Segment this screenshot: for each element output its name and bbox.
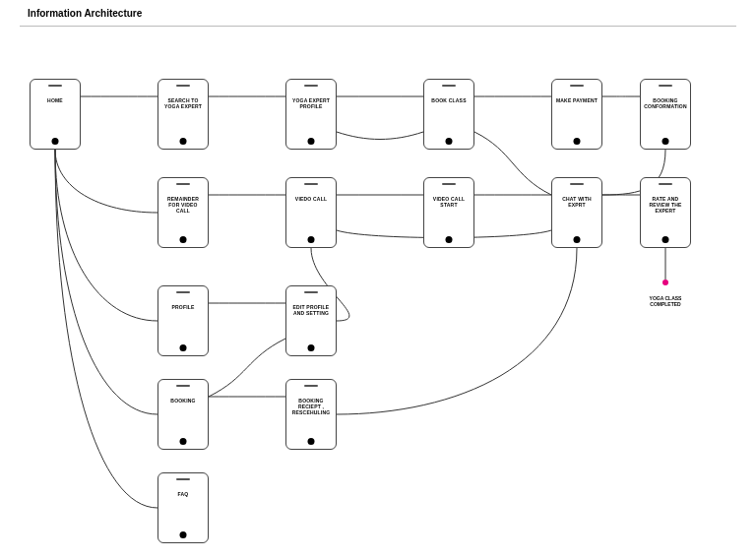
screen-label: RATE AND REVIEW THE EXPERT (644, 196, 687, 214)
screen-label: VIEDO CALL (289, 196, 333, 202)
screen-label: YOGA EXPERT PROFILE (289, 97, 333, 109)
screen-search: SEARCH TO YOGA EXPERT (158, 79, 209, 150)
phone-speaker (176, 85, 190, 87)
screen-label: CHAT WITH EXPRT (555, 196, 598, 208)
phone-frame: HOME (30, 79, 81, 150)
screen-remainder: REMAINDER FOR VIDEO CALL (158, 177, 209, 248)
screen-home: HOME (30, 79, 81, 150)
phone-frame: BOOKING (158, 379, 209, 450)
phone-frame: CHAT WITH EXPRT (551, 177, 602, 248)
phone-speaker (442, 85, 456, 87)
phone-frame: BOOKING RECIEPT , RESCEHULING (285, 379, 337, 450)
phone-home-button (180, 138, 187, 145)
phone-frame: VIEDO CALL (285, 177, 337, 248)
phone-home-button (308, 344, 315, 351)
screen-label: BOOKING CONFORMATION (644, 97, 687, 109)
phone-frame: BOOKING CONFORMATION (640, 79, 691, 150)
phone-frame: REMAINDER FOR VIDEO CALL (158, 177, 209, 248)
phone-home-button (180, 344, 187, 351)
screen-label: HOME (33, 97, 77, 103)
phone-home-button (308, 438, 315, 445)
phone-home-button (662, 236, 669, 243)
screen-rate_review: RATE AND REVIEW THE EXPERT (640, 177, 691, 248)
screen-label: EDIT PROFILE AND SETTING (289, 304, 333, 316)
phone-home-button (574, 236, 581, 243)
phone-frame: RATE AND REVIEW THE EXPERT (640, 177, 691, 248)
phone-home-button (180, 531, 187, 538)
phone-frame: VIDEO CALL START (423, 177, 474, 248)
phone-home-button (574, 138, 581, 145)
phone-speaker (304, 85, 318, 87)
screen-label: VIDEO CALL START (427, 196, 471, 208)
phone-speaker (304, 183, 318, 185)
screen-chat_expert: CHAT WITH EXPRT (551, 177, 602, 248)
screen-label: BOOK CLASS (427, 97, 471, 103)
phone-frame: MAKE PAYMENT (551, 79, 602, 150)
phone-speaker (176, 478, 190, 480)
screen-booking: BOOKING (158, 379, 209, 450)
phone-speaker (659, 85, 672, 87)
phone-frame: YOGA EXPERT PROFILE (285, 79, 337, 150)
phone-speaker (442, 183, 456, 185)
phone-home-button (180, 438, 187, 445)
phone-home-button (446, 236, 453, 243)
phone-home-button (662, 138, 669, 145)
phone-speaker (304, 291, 318, 293)
screen-label: BOOKING (161, 398, 205, 404)
screen-video_call_start: VIDEO CALL START (423, 177, 474, 248)
end-dot (662, 280, 668, 285)
phone-frame: EDIT PROFILE AND SETTING (285, 285, 337, 356)
screen-booking_conf: BOOKING CONFORMATION (640, 79, 691, 150)
screen-label: BOOKING RECIEPT , RESCEHULING (289, 398, 333, 415)
screen-expert_profile: YOGA EXPERT PROFILE (285, 79, 337, 150)
phone-speaker (176, 385, 190, 387)
phone-speaker (570, 183, 584, 185)
phone-home-button (308, 236, 315, 243)
screen-label: SEARCH TO YOGA EXPERT (161, 97, 205, 109)
phone-frame: SEARCH TO YOGA EXPERT (158, 79, 209, 150)
screen-video_call: VIEDO CALL (285, 177, 337, 248)
screen-label: MAKE PAYMENT (555, 97, 598, 103)
phone-speaker (48, 85, 62, 87)
screen-book_class: BOOK CLASS (423, 79, 474, 150)
phone-speaker (659, 183, 672, 185)
screen-label: FAQ (161, 491, 205, 497)
screen-profile: PROFILE (158, 285, 209, 356)
phone-frame: FAQ (158, 472, 209, 543)
phone-home-button (52, 138, 59, 145)
screen-edit_profile: EDIT PROFILE AND SETTING (285, 285, 337, 356)
screen-faq: FAQ (158, 472, 209, 543)
screen-label: PROFILE (161, 304, 205, 310)
screen-booking_receipt: BOOKING RECIEPT , RESCEHULING (285, 379, 337, 450)
phone-frame: PROFILE (158, 285, 209, 356)
screen-make_payment: MAKE PAYMENT (551, 79, 602, 150)
phone-speaker (176, 291, 190, 293)
phone-home-button (446, 138, 453, 145)
phone-speaker (570, 85, 584, 87)
phone-frame: BOOK CLASS (423, 79, 474, 150)
phone-speaker (304, 385, 318, 387)
phone-speaker (176, 183, 190, 185)
end-state: YOGA CLASS COMPLETED (636, 295, 695, 307)
phone-home-button (180, 236, 187, 243)
screen-label: REMAINDER FOR VIDEO CALL (161, 196, 205, 214)
phone-home-button (308, 138, 315, 145)
